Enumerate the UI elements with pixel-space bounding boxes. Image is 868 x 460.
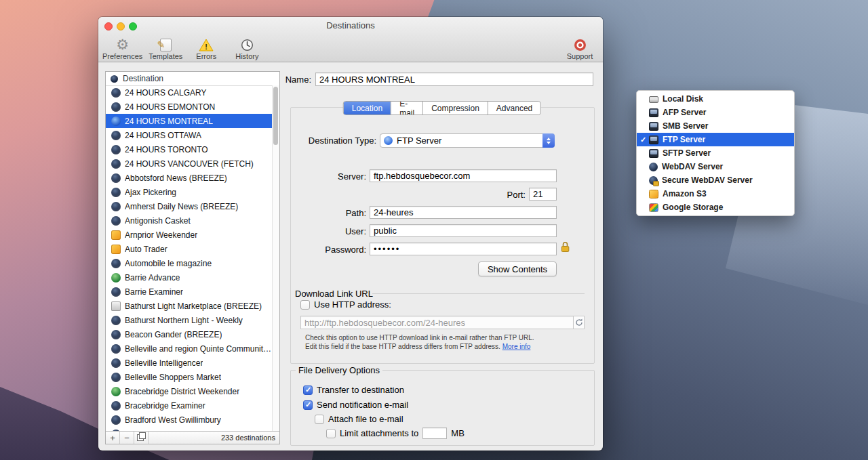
duplicate-icon — [137, 434, 144, 441]
user-field[interactable]: public — [370, 224, 557, 237]
tab-bar: Location E-mail Compression Advanced — [343, 101, 541, 115]
menu-item[interactable]: Local Disk — [637, 92, 794, 106]
list-item-label: Belleville Shoppers Market — [125, 373, 221, 382]
toolbar-item-errors[interactable]: ! Errors — [189, 35, 224, 60]
list-item[interactable]: Bradford West Gwillimbury — [106, 413, 272, 427]
more-info-link[interactable]: More info — [502, 343, 531, 350]
close-button[interactable] — [104, 22, 113, 30]
menu-item[interactable]: AFP Server — [637, 106, 794, 119]
toolbar-item-history[interactable]: History — [229, 35, 264, 60]
list-item[interactable]: Bracebridge District Weekender — [106, 384, 272, 398]
list-item[interactable]: 24 HOURS MONTREAL — [106, 114, 272, 128]
attach-file-option[interactable]: Attach file to e-mail — [315, 414, 403, 424]
list-item[interactable]: 24 HOURS VANCOUVER (FETCH) — [106, 156, 272, 171]
list-item[interactable]: Barrie Examiner — [106, 285, 272, 299]
destinations-window: Destinations Preferences Templates ! Err… — [98, 17, 603, 451]
list-item[interactable]: Abbotsford News (BREEZE) — [106, 171, 272, 185]
path-field[interactable]: 24-heures — [370, 206, 557, 219]
list-item[interactable]: Auto Trader — [106, 242, 272, 256]
template-icon — [160, 39, 172, 51]
destination-type-select[interactable]: FTP Server — [380, 133, 555, 148]
destination-icon — [111, 259, 121, 268]
file-delivery-title: File Delivery Options — [296, 365, 382, 375]
destination-type-label: Destination Type: — [271, 135, 376, 146]
toolbar-item-templates[interactable]: Templates — [148, 35, 183, 60]
list-item[interactable]: Amherst Daily News (BREEZE) — [106, 199, 272, 213]
menu-item[interactable]: ✓ FTP Server — [637, 133, 794, 146]
destination-icon — [111, 173, 121, 183]
tab-compression[interactable]: Compression — [423, 102, 488, 114]
tab-location[interactable]: Location — [344, 102, 391, 114]
list-item[interactable]: 24 HOURS OTTAWA — [106, 128, 272, 142]
section-divider — [372, 293, 585, 294]
server-label: Server: — [298, 171, 366, 182]
list-item[interactable]: Barrie Advance — [106, 270, 272, 285]
list-item[interactable]: Beacon Gander (BREEZE) — [106, 327, 272, 341]
menu-item[interactable]: SMB Server — [637, 119, 794, 133]
toolbar-item-preferences[interactable]: Preferences — [102, 35, 142, 60]
list-item-label: Barrie Advance — [125, 273, 180, 283]
password-field[interactable]: •••••• — [370, 243, 557, 255]
minimize-button[interactable] — [117, 22, 125, 30]
list-item[interactable]: 24 HOURS TORONTO — [106, 142, 272, 156]
list-item[interactable]: Bathurst Light Marketplace (BREEZE) — [106, 299, 272, 313]
list-item[interactable]: Belleville and region Quinte Communit… — [106, 341, 272, 356]
list-item-label: 24 HOURS VANCOUVER (FETCH) — [125, 159, 254, 169]
notification-option[interactable]: Send notification e-mail — [303, 400, 408, 410]
menu-item-label: SMB Server — [663, 121, 708, 131]
duplicate-button[interactable] — [134, 432, 149, 444]
add-button[interactable]: + — [106, 432, 120, 444]
zoom-button[interactable] — [129, 22, 137, 30]
menu-item-icon — [649, 108, 658, 117]
remove-button[interactable]: − — [120, 432, 134, 444]
path-label: Path: — [298, 208, 366, 218]
toolbar-label: Preferences — [102, 52, 142, 60]
list-item[interactable]: 24 HOURS CALGARY — [106, 85, 272, 100]
destination-icon — [111, 102, 121, 112]
list-item-label: 24 HOURS MONTREAL — [125, 117, 213, 126]
destination-icon — [111, 330, 121, 339]
limit-attachments-input[interactable] — [422, 427, 447, 439]
list-item[interactable]: Bracebridge Examiner — [106, 398, 272, 413]
list-item[interactable]: Bathurst Northern Light - Weekly — [106, 313, 272, 327]
tab-email[interactable]: E-mail — [391, 102, 423, 114]
http-address-input: http://ftp.hebdosquebecor.com/24-heures — [300, 316, 574, 329]
menu-item[interactable]: WebDAV Server — [637, 160, 794, 173]
menu-item[interactable]: Amazon S3 — [637, 187, 794, 201]
list-item[interactable]: Antigonish Casket — [106, 213, 272, 228]
use-http-checkbox — [300, 300, 310, 310]
menu-item-label: FTP Server — [663, 135, 705, 144]
list-item-label: Abbotsford News (BREEZE) — [125, 173, 227, 183]
destination-icon — [111, 159, 121, 169]
list-item-label: Arnprior Weekender — [125, 230, 197, 240]
menu-item-label: Amazon S3 — [663, 189, 707, 198]
list-item[interactable]: Arnprior Weekender — [106, 228, 272, 242]
list-body: 24 HOURS CALGARY 24 HOURS EDMONTON 24 HO… — [106, 85, 272, 432]
transfer-option[interactable]: Transfer to destination — [303, 385, 404, 395]
use-http-option[interactable]: Use HTTP address: — [300, 299, 391, 310]
menu-item[interactable]: Google Storage — [637, 201, 794, 214]
menu-item-icon — [649, 135, 658, 144]
destination-icon — [111, 344, 121, 354]
limit-attachments-option[interactable]: Limit attachments to MB — [326, 427, 465, 439]
name-input[interactable]: 24 HOURS MONTREAL — [315, 72, 593, 86]
refresh-button — [573, 316, 585, 329]
list-item-label: Automobile le magazine — [125, 259, 212, 268]
tab-advanced[interactable]: Advanced — [488, 102, 540, 114]
show-contents-button[interactable]: Show Contents — [478, 262, 557, 276]
menu-item[interactable]: Secure WebDAV Server — [637, 173, 794, 187]
list-item[interactable]: Automobile le magazine — [106, 256, 272, 270]
menu-item-icon — [649, 122, 658, 131]
list-item[interactable]: Belleville Shoppers Market — [106, 370, 272, 384]
server-field[interactable]: ftp.hebdosquebecor.com — [370, 169, 557, 182]
list-item[interactable]: Ajax Pickering — [106, 185, 272, 199]
toolbar: Preferences Templates ! Errors Histo — [98, 35, 603, 62]
toolbar-item-support[interactable]: Support — [562, 35, 597, 60]
list-header[interactable]: Destination — [106, 72, 279, 86]
port-field[interactable]: 21 — [529, 188, 557, 201]
list-item[interactable]: Belleville Intelligencer — [106, 356, 272, 370]
list-item[interactable]: 24 HOURS EDMONTON — [106, 100, 272, 114]
menu-item-icon — [649, 203, 658, 212]
menu-item[interactable]: SFTP Server — [637, 146, 794, 160]
destination-icon — [111, 216, 121, 226]
